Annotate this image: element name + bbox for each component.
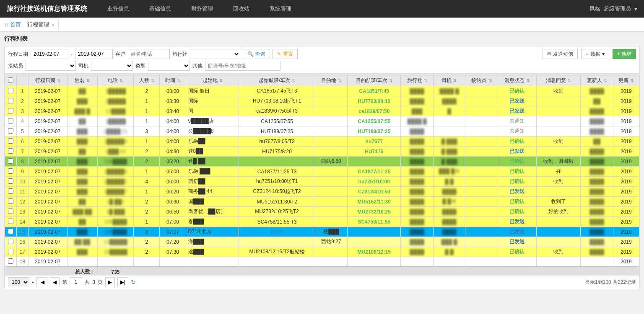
table-row[interactable]: 12 2019-02-07 ██ 1█ ██2 2 06:30 国███ MU5… <box>5 197 639 207</box>
table-row[interactable]: 5 2019-02-07 ███ 1████ 21 3 04:00 公█████… <box>5 126 639 136</box>
nav-business[interactable]: 业务信息 <box>104 3 132 14</box>
row-checkbox-cell[interactable] <box>5 247 17 257</box>
th-driver[interactable]: 司机⇅ <box>433 75 465 86</box>
send-sms-button[interactable]: ✉ 发送短信 <box>543 49 578 59</box>
table-row[interactable]: 8 2019-02-07 ███ 136████ 2 05:20 途█ ██ 西… <box>5 157 639 167</box>
row-checkbox-cell[interactable] <box>5 187 17 197</box>
table-row[interactable]: 13 2019-02-07 ███ ██ 1█ ███ 2 06:50 尚客优（… <box>5 207 639 217</box>
nav-basic[interactable]: 基础信息 <box>146 3 174 14</box>
other-input[interactable] <box>205 61 280 71</box>
row-checkbox-cell[interactable] <box>5 167 17 177</box>
driver-select[interactable] <box>91 61 133 71</box>
row-checkbox[interactable] <box>8 168 13 174</box>
prev-page-button[interactable]: ◀ <box>50 277 60 287</box>
table-row[interactable]: 9 2019-02-07 ███ 1█████9 1 06:00 乐融 ███ … <box>5 167 639 177</box>
search-button[interactable]: 🔍 查询 <box>243 49 270 59</box>
user-label[interactable]: 超级管理员 <box>604 5 631 13</box>
th-date[interactable]: 行程日期⇅ <box>29 75 68 86</box>
row-checkbox-cell[interactable] <box>5 197 17 207</box>
row-checkbox[interactable] <box>8 108 13 113</box>
table-row[interactable]: 16 2019-02-07 ██ ██ 13█████ 2 07:20 海███… <box>5 237 639 247</box>
th-count[interactable]: 人数⇅ <box>134 75 160 86</box>
row-checkbox-cell[interactable] <box>5 86 17 96</box>
table-row[interactable]: 6 2019-02-07 ███ 1█████4 1 04:00 乐融██ hu… <box>5 136 639 147</box>
row-checkbox-cell[interactable] <box>5 126 17 136</box>
current-page-input[interactable] <box>70 277 82 287</box>
station-select[interactable] <box>26 61 76 71</box>
last-page-button[interactable]: ▶| <box>117 277 128 287</box>
row-checkbox[interactable] <box>8 258 13 264</box>
table-row[interactable]: 2 2019-02-07 ███ 1█████ 1 03:30 国际 HU770… <box>5 96 639 106</box>
table-row[interactable]: 14 2019-02-07 ██ 135████ 1 07:00 春███ SC… <box>5 217 639 227</box>
tab-close-icon[interactable]: × <box>52 22 54 27</box>
row-checkbox[interactable] <box>8 249 13 254</box>
table-row[interactable]: 17 2019-02-07 ███ 15█████ 2 07:30 途███ M… <box>5 247 639 257</box>
row-checkbox[interactable] <box>8 188 13 194</box>
table-row[interactable]: 11 2019-02-07 ███ 1█████7 1 06:20 商务██ 4… <box>5 187 639 197</box>
row-checkbox[interactable] <box>8 98 13 103</box>
row-checkbox-cell[interactable] <box>5 177 17 187</box>
row-checkbox-cell[interactable] <box>5 257 17 267</box>
row-checkbox-cell[interactable] <box>5 136 17 147</box>
row-checkbox-cell[interactable] <box>5 96 17 106</box>
row-checkbox-cell[interactable] <box>5 106 17 116</box>
row-checkbox[interactable] <box>8 239 13 244</box>
breadcrumb-current-tab[interactable]: 行程管理 × <box>23 20 59 29</box>
row-checkbox[interactable] <box>8 128 13 134</box>
row-checkbox[interactable] <box>8 208 13 214</box>
row-checkbox-cell[interactable] <box>5 157 17 167</box>
nav-finance[interactable]: 财务管理 <box>188 3 216 14</box>
next-page-button[interactable]: ▶ <box>105 277 115 287</box>
date-end-input[interactable] <box>75 49 113 59</box>
row-checkbox[interactable] <box>8 229 13 234</box>
breadcrumb-home[interactable]: 首页 <box>10 21 21 28</box>
row-checkbox[interactable] <box>8 88 13 93</box>
row-checkbox[interactable] <box>8 138 13 144</box>
row-checkbox-cell[interactable] <box>5 237 17 247</box>
table-row[interactable]: 3 2019-02-07 ███ █ 13████ 1 03:40 国 ca18… <box>5 106 639 116</box>
th-checkbox[interactable] <box>5 75 17 86</box>
table-row[interactable]: 1 2019-02-07 ██ 1█████ 2 03:00 国际 假日 CA1… <box>5 86 639 96</box>
type-select[interactable] <box>148 61 190 71</box>
th-msg-reply[interactable]: 消息回复⇅ <box>537 75 581 86</box>
th-dest-flight[interactable]: 目的航班/车次⇅ <box>348 75 401 86</box>
nav-system[interactable]: 系统管理 <box>266 3 295 14</box>
th-phone[interactable]: 电话⇅ <box>97 75 134 86</box>
home-icon[interactable]: ⌂ <box>5 21 8 28</box>
first-page-button[interactable]: |◀ <box>36 277 47 287</box>
th-time[interactable]: 时间⇅ <box>160 75 186 86</box>
th-station[interactable]: 接站员⇅ <box>465 75 498 86</box>
row-checkbox[interactable] <box>8 158 13 164</box>
travel-agency-select[interactable] <box>190 49 240 59</box>
row-checkbox[interactable] <box>8 178 13 184</box>
customer-input[interactable] <box>128 49 170 59</box>
row-checkbox-cell[interactable] <box>5 227 17 237</box>
table-row[interactable]: 10 2019-02-07 ███ 1█████2 4 06:00 西窑██ h… <box>5 177 639 187</box>
table-row[interactable]: 18 2019-02-07 2019 <box>5 257 639 267</box>
th-msg-status[interactable]: 消息状态⇅ <box>498 75 537 86</box>
data-button[interactable]: ≡ 数据 ▾ <box>581 49 609 59</box>
refresh-button[interactable]: ↻ <box>131 279 136 286</box>
row-checkbox-cell[interactable] <box>5 207 17 217</box>
row-checkbox-cell[interactable] <box>5 217 17 227</box>
th-agency[interactable]: 旅行社⇅ <box>401 75 433 86</box>
row-checkbox[interactable] <box>8 148 13 154</box>
row-checkbox-cell[interactable] <box>5 116 17 126</box>
row-checkbox[interactable] <box>8 118 13 124</box>
page-size-select[interactable]: 100 <box>8 277 29 287</box>
row-checkbox[interactable] <box>8 219 13 224</box>
table-row[interactable]: 7 2019-02-07 ██ 1███ 60 2 04:30 速8██ HU7… <box>5 147 639 157</box>
nav-dropdown-icon[interactable]: ▾ <box>634 6 637 12</box>
th-update[interactable]: 更新⇅ <box>613 75 639 86</box>
add-new-button[interactable]: + 新增 <box>613 49 636 59</box>
th-origin[interactable]: 起始地⇅ <box>186 75 239 86</box>
table-row[interactable]: 4 2019-02-07 ██ 1█████ 1 04:00 9█████店 C… <box>5 116 639 126</box>
row-checkbox-cell[interactable] <box>5 147 17 157</box>
th-updater[interactable]: 更新人⇅ <box>581 75 613 86</box>
select-all-checkbox[interactable] <box>8 77 13 83</box>
row-checkbox[interactable] <box>8 198 13 204</box>
date-start-input[interactable] <box>31 49 68 59</box>
table-row[interactable]: 15 2019-02-07 ███ 139████ 3 07:07 D718 北… <box>5 227 639 237</box>
reset-button[interactable]: ✎ 重置 <box>273 49 298 59</box>
th-dest[interactable]: 目的地⇅ <box>315 75 347 86</box>
